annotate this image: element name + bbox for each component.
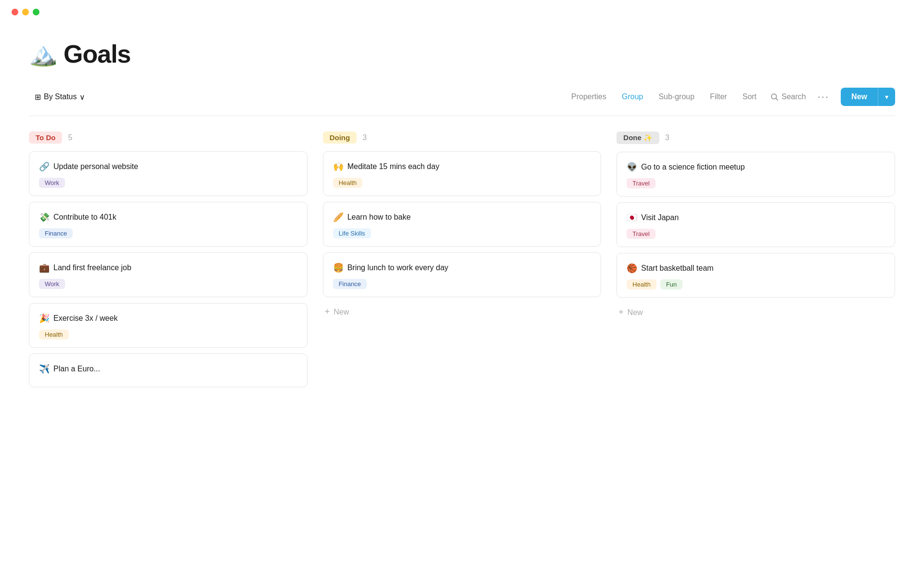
close-dot[interactable]	[12, 9, 18, 15]
card-tags: HealthFun	[627, 279, 885, 289]
card-title: 🔗Update personal website	[39, 161, 297, 172]
card-title: 🇯🇵Visit Japan	[627, 212, 885, 223]
card-emoji: 💸	[39, 212, 50, 223]
card-title-text: Exercise 3x / week	[53, 314, 117, 323]
new-button-wrapper: New ▾	[841, 88, 895, 106]
add-new-label: New	[628, 308, 643, 317]
card-title-text: Plan a Euro...	[53, 365, 100, 373]
search-label: Search	[782, 92, 806, 101]
status-badge-todo: To Do	[29, 131, 62, 144]
card[interactable]: 👽Go to a science fiction meetupTravel	[616, 152, 895, 197]
svg-line-1	[776, 98, 778, 100]
card-tags: Life Skills	[333, 228, 591, 238]
card-title: 👽Go to a science fiction meetup	[627, 162, 885, 172]
card-tags: Work	[39, 178, 297, 188]
kanban-board: To Do5🔗Update personal websiteWork💸Contr…	[29, 131, 895, 393]
minimize-dot[interactable]	[22, 9, 29, 15]
card-title: 💼Land first freelance job	[39, 263, 297, 273]
card-tags: Health	[333, 178, 591, 188]
more-options-button[interactable]: ···	[818, 92, 829, 102]
tag: Travel	[627, 229, 655, 239]
new-button[interactable]: New	[841, 88, 878, 106]
card-title-text: Start basketball team	[641, 264, 713, 273]
card-emoji: 🇯🇵	[627, 212, 637, 223]
group-button[interactable]: Group	[620, 91, 645, 103]
maximize-dot[interactable]	[33, 9, 39, 15]
titlebar	[0, 0, 924, 20]
plus-icon: +	[618, 307, 624, 317]
card[interactable]: 🍔Bring lunch to work every dayFinance	[323, 252, 602, 297]
card-title-text: Bring lunch to work every day	[347, 263, 449, 272]
card-title: 💸Contribute to 401k	[39, 212, 297, 223]
page-header: 🏔️ Goals	[29, 39, 895, 68]
traffic-lights	[12, 9, 39, 15]
card[interactable]: 🇯🇵Visit JapanTravel	[616, 202, 895, 247]
toolbar-right: Properties Group Sub-group Filter Sort S…	[569, 88, 895, 106]
card[interactable]: 💼Land first freelance jobWork	[29, 252, 308, 297]
properties-button[interactable]: Properties	[569, 91, 608, 103]
card-tags: Travel	[627, 229, 885, 239]
card-title: 🎉Exercise 3x / week	[39, 313, 297, 324]
column-doing: Doing3🙌Meditate 15 mins each dayHealth🥖L…	[323, 131, 602, 321]
tag: Work	[39, 178, 65, 188]
add-new-button-done[interactable]: +New	[616, 303, 645, 321]
tag: Travel	[627, 178, 655, 188]
column-done: Done ✨3👽Go to a science fiction meetupTr…	[616, 131, 895, 321]
card-emoji: 💼	[39, 263, 50, 273]
search-button[interactable]: Search	[770, 92, 806, 101]
tag: Health	[333, 178, 363, 188]
column-header-doing: Doing3	[323, 131, 602, 144]
tag: Life Skills	[333, 228, 371, 238]
card-title: ✈️Plan a Euro...	[39, 364, 297, 374]
card-tags: Finance	[333, 279, 591, 289]
card-title-text: Visit Japan	[641, 213, 679, 222]
card-title-text: Update personal website	[53, 162, 138, 171]
card-emoji: 🔗	[39, 161, 50, 172]
card[interactable]: 🏀Start basketball teamHealthFun	[616, 253, 895, 298]
subgroup-button[interactable]: Sub-group	[656, 91, 696, 103]
card-title-text: Learn how to bake	[347, 213, 411, 222]
card-emoji: 🙌	[333, 161, 344, 172]
tag: Fun	[660, 279, 682, 289]
card-emoji: 🏀	[627, 263, 637, 274]
tag: Health	[39, 329, 69, 340]
page-title: Goals	[64, 39, 131, 68]
card-title: 🙌Meditate 15 mins each day	[333, 161, 591, 172]
by-status-label: By Status	[44, 92, 77, 101]
card[interactable]: 🙌Meditate 15 mins each dayHealth	[323, 151, 602, 196]
column-count-todo: 5	[68, 133, 72, 142]
sort-button[interactable]: Sort	[741, 91, 758, 103]
plus-icon: +	[325, 307, 330, 317]
card[interactable]: 💸Contribute to 401kFinance	[29, 202, 308, 247]
card[interactable]: 🔗Update personal websiteWork	[29, 151, 308, 196]
toolbar-left: ⊞ By Status ∨	[29, 90, 91, 105]
column-todo: To Do5🔗Update personal websiteWork💸Contr…	[29, 131, 308, 393]
tag: Finance	[39, 228, 73, 238]
card-tags: Finance	[39, 228, 297, 238]
add-new-label: New	[334, 308, 349, 316]
table-icon: ⊞	[35, 92, 41, 102]
card-title-text: Contribute to 401k	[53, 213, 116, 222]
add-new-button-doing[interactable]: +New	[323, 303, 351, 321]
by-status-button[interactable]: ⊞ By Status ∨	[29, 90, 91, 105]
card-tags: Travel	[627, 178, 885, 188]
tag: Work	[39, 279, 65, 289]
card-title: 🥖Learn how to bake	[333, 212, 591, 223]
column-header-todo: To Do5	[29, 131, 308, 144]
card[interactable]: 🥖Learn how to bakeLife Skills	[323, 202, 602, 247]
new-chevron-button[interactable]: ▾	[878, 88, 895, 106]
toolbar: ⊞ By Status ∨ Properties Group Sub-group…	[29, 88, 895, 116]
page-content: 🏔️ Goals ⊞ By Status ∨ Properties Group …	[0, 20, 924, 412]
card-emoji: 👽	[627, 162, 637, 172]
card-emoji: 🎉	[39, 313, 50, 324]
column-count-doing: 3	[362, 133, 367, 142]
card-title-text: Land first freelance job	[53, 263, 131, 272]
card-title-text: Go to a science fiction meetup	[641, 163, 744, 171]
card-title: 🍔Bring lunch to work every day	[333, 263, 591, 273]
card[interactable]: 🎉Exercise 3x / weekHealth	[29, 303, 308, 348]
filter-button[interactable]: Filter	[708, 91, 729, 103]
status-badge-doing: Doing	[323, 131, 357, 144]
column-count-done: 3	[665, 133, 669, 142]
card-partial[interactable]: ✈️Plan a Euro...	[29, 354, 308, 387]
tag: Finance	[333, 279, 367, 289]
